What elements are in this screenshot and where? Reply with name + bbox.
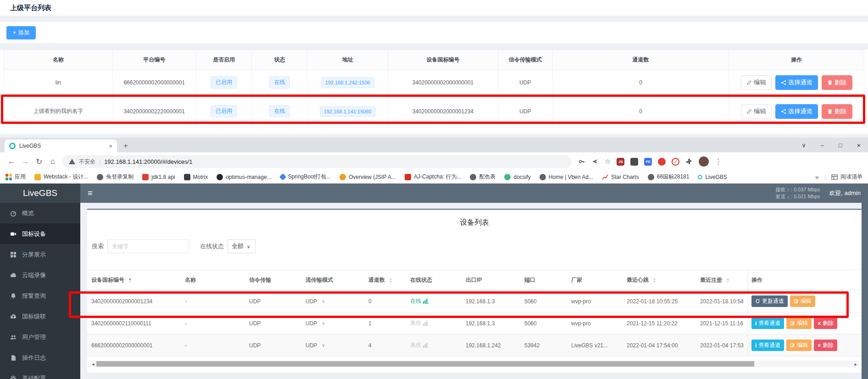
- up-arrow-icon: ↑: [787, 187, 790, 192]
- bookmark-livegbs[interactable]: LiveGBS: [698, 174, 727, 180]
- bookmark-optimus[interactable]: optimus-manage...: [217, 174, 271, 180]
- tab-close-icon[interactable]: ×: [109, 143, 112, 150]
- ext-js-icon[interactable]: JS: [617, 158, 624, 166]
- online-status[interactable]: 在线: [410, 297, 428, 305]
- ext-fe-icon[interactable]: FE: [644, 158, 652, 166]
- device-table-header: 设备国标编号▲▼ 名称 信令传输 流传输模式 通道数▲▼ 在线状态 出口IP 端…: [87, 270, 862, 290]
- col-header-channels[interactable]: 通道数▲▼: [365, 270, 407, 290]
- device-row: 66620000002000000001 - UDP UDP∨ 4 离线 192…: [87, 334, 862, 357]
- sync-icon: [755, 299, 760, 304]
- delete-button[interactable]: 删除: [822, 75, 852, 90]
- browser-tab[interactable]: LiveGBS ×: [5, 139, 117, 152]
- sidebar-item-gb-devices[interactable]: 国标设备: [0, 223, 80, 244]
- col-header-port[interactable]: 端口: [521, 270, 568, 290]
- app-logo[interactable]: LiveGBS: [0, 184, 80, 203]
- key-icon[interactable]: [578, 158, 585, 165]
- sidebar-item-gb-cascade[interactable]: 国标级联: [0, 306, 80, 327]
- bookmark-springboot[interactable]: SpringBoot打包...: [280, 173, 331, 181]
- bookmark-copy[interactable]: 免登录复制: [97, 173, 134, 181]
- send-value: 0.021 Mbps: [794, 194, 820, 199]
- edit-button[interactable]: 编辑: [741, 75, 772, 90]
- extensions-puzzle-icon[interactable]: [685, 158, 693, 165]
- add-button[interactable]: + 添加: [6, 26, 36, 39]
- select-channel-button[interactable]: 选择通道: [775, 75, 818, 90]
- search-input[interactable]: [107, 240, 189, 253]
- bookmark-colors[interactable]: 配色表: [470, 173, 495, 181]
- bookmark-star-icon[interactable]: ☆: [605, 157, 611, 166]
- sidebar-item-cloud-recording[interactable]: 云端录像: [0, 265, 80, 285]
- sidebar-item-label: 国标设备: [22, 230, 46, 238]
- edit-button[interactable]: 编辑: [741, 104, 772, 119]
- url-field[interactable]: 不安全 | 192.168.1.141:20000/#/devices/1: [62, 155, 572, 168]
- bookmarks-overflow-icon[interactable]: »: [815, 173, 819, 181]
- col-header-device-id[interactable]: 设备国标编号▲▼: [87, 270, 182, 290]
- col-header-registered[interactable]: 最近注册▲▼: [697, 270, 748, 290]
- reload-icon[interactable]: ↻: [32, 157, 46, 167]
- cell-stream[interactable]: UDP∨: [302, 334, 365, 356]
- ext-camera-icon[interactable]: [630, 158, 638, 166]
- scrollbar-track[interactable]: [96, 361, 852, 367]
- scrollbar-thumb[interactable]: [96, 361, 754, 367]
- ext-noentry-icon[interactable]: ／: [672, 158, 679, 166]
- col-label: 流传输模式: [306, 276, 333, 284]
- close-icon[interactable]: ×: [850, 141, 868, 149]
- bookmark-overview[interactable]: Overview (JSIP A...: [339, 174, 396, 180]
- sidebar-item-basic-config[interactable]: 基础配置: [0, 368, 80, 379]
- browser-menu-icon[interactable]: ⋮: [715, 157, 722, 166]
- cell-registered: 2022-01-04 17:53: [697, 334, 748, 356]
- reading-list-button[interactable]: 阅读清单: [831, 173, 862, 181]
- maximize-icon[interactable]: □: [831, 142, 850, 149]
- scroll-right-icon[interactable]: ▸: [852, 362, 859, 367]
- bookmark-jdk[interactable]: jdk1.8 api: [142, 174, 175, 180]
- info-icon: i: [755, 342, 757, 349]
- bookmark-starcharts[interactable]: Star Charts: [602, 174, 639, 180]
- sidebar-toggle-icon[interactable]: ≡: [88, 189, 93, 198]
- sidebar-item-user-management[interactable]: 用户管理: [0, 327, 80, 347]
- bookmark-motrix[interactable]: Motrix: [184, 174, 208, 180]
- back-icon[interactable]: ←: [5, 157, 18, 166]
- window-dropdown-icon[interactable]: ∨: [795, 142, 813, 149]
- minimize-icon[interactable]: –: [813, 142, 831, 149]
- edit-button[interactable]: 编辑: [790, 295, 815, 307]
- bookmark-vben[interactable]: Home | Vben Ad...: [540, 174, 593, 180]
- bookmark-ajcaptcha[interactable]: AJ-Captcha: 行为...: [405, 173, 461, 181]
- sidebar-item-overview[interactable]: 概览: [0, 203, 80, 223]
- col-label: 出口IP: [466, 276, 482, 284]
- bookmark-label: LiveGBS: [705, 174, 727, 180]
- send-icon[interactable]: [591, 158, 599, 165]
- sidebar-item-alarm-query[interactable]: 报警查询: [0, 285, 80, 306]
- welcome-user[interactable]: 欢迎, admin: [829, 189, 861, 197]
- col-header-heartbeat[interactable]: 最近心跳▲▼: [623, 270, 697, 290]
- scroll-left-icon[interactable]: ◂: [90, 362, 96, 367]
- sidebar-item-split-screen[interactable]: 分屏展示: [0, 244, 80, 265]
- view-channels-button[interactable]: i查看通道: [751, 340, 784, 351]
- view-channels-button[interactable]: i查看通道: [751, 318, 784, 329]
- cell-signal: UDP: [246, 334, 302, 356]
- delete-button[interactable]: ×删除: [814, 318, 837, 329]
- cell-stream[interactable]: UDP∨: [302, 312, 365, 334]
- sidebar-item-label: 分屏展示: [22, 251, 46, 259]
- sidebar-item-operation-log[interactable]: 操作日志: [0, 347, 80, 368]
- update-channels-button[interactable]: 更新通道: [751, 295, 788, 307]
- bookmark-webstack[interactable]: Webstack - 设计...: [34, 173, 88, 181]
- profile-avatar[interactable]: [699, 156, 709, 167]
- cell-stream[interactable]: UDP∨: [302, 290, 365, 312]
- cell-port: 5060: [521, 290, 568, 312]
- edit-button[interactable]: 编辑: [786, 340, 812, 351]
- bell-icon: [10, 293, 17, 299]
- security-label[interactable]: 不安全: [79, 158, 95, 166]
- bookmark-apps[interactable]: 应用: [6, 173, 26, 181]
- delete-button[interactable]: ×删除: [814, 340, 837, 351]
- bookmark-docsify[interactable]: docsify: [504, 174, 530, 180]
- url-text[interactable]: 192.168.1.141:20000/#/devices/1: [104, 158, 192, 165]
- home-icon[interactable]: ⌂: [46, 157, 60, 166]
- new-tab-button[interactable]: +: [123, 139, 128, 152]
- delete-button[interactable]: 删除: [822, 104, 852, 119]
- edit-button[interactable]: 编辑: [786, 318, 812, 329]
- online-status-select[interactable]: 全部 ∨: [228, 240, 256, 253]
- horizontal-scrollbar[interactable]: ◂ ▸: [90, 361, 859, 367]
- bookmark-gb28181[interactable]: 66国标28181: [648, 173, 690, 181]
- select-channel-button[interactable]: 选择通道: [775, 104, 818, 119]
- ext-blocker-icon[interactable]: [658, 158, 666, 166]
- forward-icon[interactable]: →: [18, 157, 32, 166]
